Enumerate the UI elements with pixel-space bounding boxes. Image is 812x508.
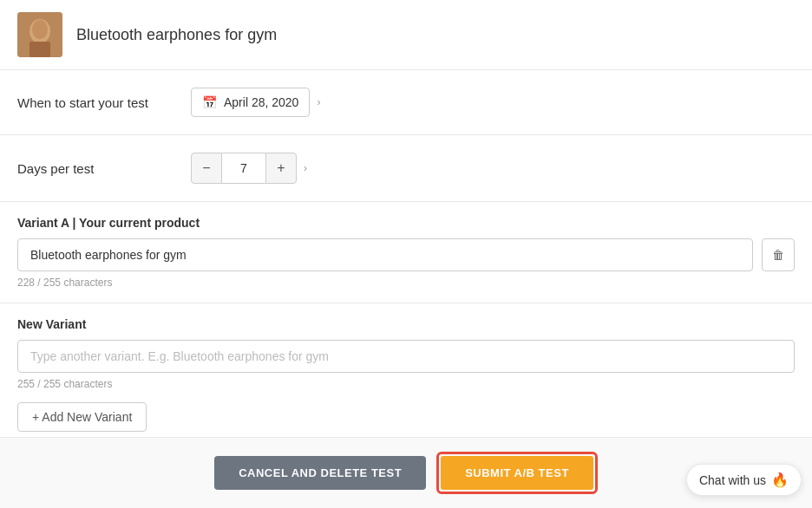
delete-variant-button[interactable]: 🗑 (762, 238, 795, 271)
variant-a-char-count: 228 / 255 characters (17, 277, 795, 289)
days-chevron-right[interactable]: › (304, 162, 307, 174)
submit-btn-wrapper: SUBMIT A/B TEST (436, 452, 598, 494)
days-value: 7 (222, 153, 265, 184)
date-chevron-right[interactable]: › (317, 96, 320, 108)
chat-label: Chat with us (699, 473, 766, 487)
trash-icon: 🗑 (772, 248, 784, 262)
date-input[interactable]: 📅 April 28, 2020 (191, 88, 310, 117)
variant-a-label: Variant A | Your current product (17, 216, 795, 230)
product-title: Bluetooth earphones for gym (76, 26, 277, 44)
decrement-button[interactable]: − (191, 153, 222, 184)
chat-widget[interactable]: Chat with us 🔥 (686, 464, 802, 496)
add-new-variant-button[interactable]: + Add New Variant (17, 402, 147, 432)
variant-a-section: Variant A | Your current product 🗑 228 /… (0, 202, 812, 303)
main-container: Bluetooth earphones for gym When to star… (0, 0, 812, 508)
date-picker-container: 📅 April 28, 2020 › (191, 88, 320, 117)
new-variant-input[interactable] (17, 340, 795, 373)
days-per-test-row: Days per test − 7 + › (0, 135, 812, 202)
increment-button[interactable]: + (265, 153, 297, 184)
svg-rect-3 (29, 42, 50, 57)
variant-a-input[interactable] (17, 238, 753, 271)
variant-a-input-row: 🗑 (17, 238, 795, 271)
submit-ab-test-button[interactable]: SUBMIT A/B TEST (441, 456, 593, 490)
svg-point-2 (32, 20, 48, 39)
when-to-start-label: When to start your test (17, 95, 191, 110)
date-value: April 28, 2020 (224, 95, 298, 109)
add-variant-label: + Add New Variant (32, 410, 132, 424)
header-section: Bluetooth earphones for gym (0, 0, 812, 70)
calendar-icon: 📅 (202, 95, 217, 109)
cancel-delete-button[interactable]: CANCEL AND DELETE TEST (214, 456, 426, 490)
when-to-start-row: When to start your test 📅 April 28, 2020… (0, 70, 812, 135)
chat-emoji: 🔥 (771, 472, 789, 488)
new-variant-char-count: 255 / 255 characters (17, 378, 795, 390)
product-thumbnail (17, 12, 62, 57)
days-counter: − 7 + › (191, 153, 307, 184)
days-per-test-label: Days per test (17, 161, 191, 176)
new-variant-section: New Variant 255 / 255 characters + Add N… (0, 303, 812, 446)
new-variant-label: New Variant (17, 317, 795, 331)
